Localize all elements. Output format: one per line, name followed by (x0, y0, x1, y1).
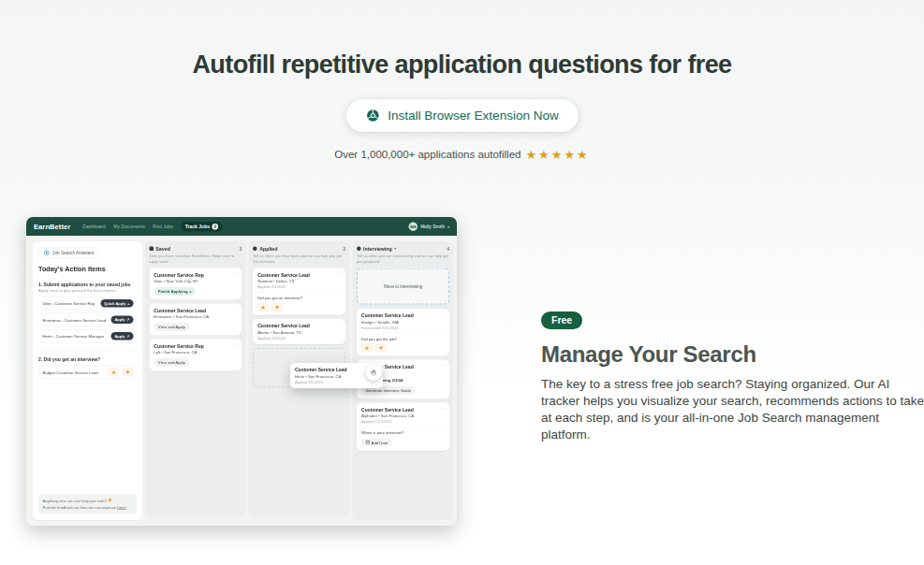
card-question: Did you get an interview? (257, 296, 341, 300)
social-proof-text: Over 1,000,000+ applications autofilled (334, 149, 521, 160)
thumbs-up-button[interactable] (257, 303, 269, 311)
saved-column-icon (149, 246, 154, 251)
thumbs-up-icon (365, 345, 370, 350)
feature-body: The key to a stress free job search? Sta… (541, 376, 924, 443)
assistant-panel: Job Search Assistant Today's Action Item… (33, 241, 142, 520)
thumbs-down-button[interactable] (122, 369, 133, 377)
feedback-link[interactable]: here! (117, 504, 126, 509)
job-title: Customer Service Lead (154, 308, 237, 313)
job-company: Enterprise • San Francisco, CA (154, 314, 237, 319)
job-card[interactable]: ··· Customer Service Lead National • Dal… (253, 268, 345, 316)
job-card[interactable]: ··· Customer Service Lead Enterprise • S… (149, 304, 242, 336)
grab-hand-icon (370, 369, 378, 377)
job-company: Alphabet • San Francisco, CA (361, 413, 445, 418)
column-description: Tell us when you are interviewing and we… (357, 254, 449, 264)
external-link-icon: ↗ (126, 334, 129, 339)
column-title: Saved (155, 246, 169, 252)
finish-applying-button[interactable]: Finish Applying + (154, 287, 196, 296)
job-meta: Applied 1/21/2024 (361, 420, 445, 425)
grab-cursor (366, 365, 382, 381)
avatar: MS (409, 222, 418, 231)
interview-question-row: Budget Customer Service Lead (38, 366, 137, 380)
install-extension-button[interactable]: Install Browser Extension Now (345, 99, 578, 132)
task-row: Enterprise - Customer Service Lead Apply… (38, 313, 137, 327)
nav-my-documents[interactable]: My Documents (113, 224, 144, 229)
app-navbar: EarnBetter Dashboard My Documents Find J… (26, 217, 457, 236)
job-title: Customer Service Lead (361, 407, 445, 413)
job-meta: Applied 2/1/2024 (295, 380, 378, 384)
job-card[interactable]: ··· Customer Service Lead Alphabet • San… (357, 403, 449, 451)
thumbs-down-icon (275, 305, 280, 310)
quick-apply-button[interactable]: Quick Apply + (100, 299, 133, 308)
task-row: Hertz - Customer Service Manager Apply ↗ (38, 329, 137, 343)
card-menu-icon[interactable]: ··· (440, 406, 445, 412)
plus-icon: + (127, 301, 129, 306)
job-title: Customer Service Rep (154, 272, 237, 278)
thumbs-up-button[interactable] (108, 369, 119, 377)
job-card[interactable]: ··· Customer Service Rep Lyft • San Fran… (149, 340, 242, 371)
task-label: Uber - Customer Service Rep (43, 301, 95, 306)
page-title: Autofill repetitive application question… (0, 51, 924, 80)
nav-track-jobs[interactable]: Track Jobs 9 (181, 222, 222, 232)
column-count: 3 (343, 246, 345, 252)
chrome-icon (365, 109, 379, 123)
apply-button[interactable]: Apply ↗ (110, 332, 133, 340)
nav-dashboard[interactable]: Dashboard (82, 224, 105, 229)
thumbs-up-icon (261, 305, 266, 310)
job-title: Customer Service Lead (257, 272, 341, 278)
card-menu-icon[interactable]: ··· (233, 307, 238, 312)
task-row: Uber - Customer Service Rep Quick Apply … (38, 297, 137, 311)
earnbetter-logo[interactable]: EarnBetter (34, 223, 70, 231)
user-menu[interactable]: MS Molly Smith ▾ (409, 222, 449, 231)
card-menu-icon[interactable]: ··· (337, 271, 342, 277)
view-and-apply-button[interactable]: View and Apply (154, 323, 189, 331)
job-company: National • Dallas, TX (257, 279, 341, 283)
job-card[interactable]: ··· Customer Service Lead Alamo • San An… (253, 319, 345, 344)
thumbs-down-button[interactable] (375, 344, 387, 353)
assistant-footer: Anything else we can help you with? Prov… (38, 494, 137, 514)
thumbs-down-button[interactable] (271, 303, 283, 311)
nav-track-jobs-label: Track Jobs (185, 224, 210, 229)
move-to-interviewing-dropzone[interactable]: Move to Interviewing (357, 268, 449, 305)
card-menu-icon[interactable]: ··· (337, 322, 342, 327)
card-menu-icon[interactable]: ··· (233, 342, 238, 348)
feature-heading: Manage Your Search (541, 341, 924, 368)
view-and-apply-button[interactable]: View and Apply (154, 358, 189, 367)
job-company: Uber • New York City, NY (154, 279, 237, 283)
app-screenshot: EarnBetter Dashboard My Documents Find J… (26, 217, 457, 526)
job-card[interactable]: ··· Customer Service Lead Budget • Seatt… (357, 309, 449, 356)
column-description: Tell us when you hear back and we can he… (253, 254, 345, 264)
card-menu-icon[interactable]: ··· (233, 271, 238, 277)
job-title: Customer Service Lead (257, 324, 341, 329)
job-card[interactable]: ··· Customer Service Rep Uber • New York… (149, 268, 242, 300)
job-company: Budget • Seattle, WA (361, 320, 445, 325)
column-title: Interviewing (363, 246, 392, 252)
applied-column-icon (253, 246, 257, 251)
assistant-icon (44, 250, 51, 256)
job-meta: Applied 2/1/2024 (257, 285, 341, 290)
apply-button[interactable]: Apply ↗ (110, 316, 133, 325)
task-label: Budget Customer Service Lead (43, 369, 98, 374)
assistant-chip-label: Job Search Assistant (52, 251, 94, 256)
thumbs-up-button[interactable] (361, 344, 373, 353)
thumbs-down-icon (125, 369, 130, 374)
column-count: 4 (447, 246, 449, 252)
card-menu-icon[interactable]: ··· (440, 363, 445, 369)
interviewing-column-icon (357, 246, 361, 251)
thumbs-down-icon (379, 345, 384, 350)
section2-title: 2. Did you get an interview? (38, 356, 137, 362)
user-name: Molly Smith (420, 224, 445, 229)
section1-subtitle: Apply soon to give yourself the best cha… (38, 288, 137, 293)
chevron-down-icon: ▾ (447, 225, 449, 229)
card-menu-icon[interactable]: ··· (440, 311, 445, 317)
thumbs-up-icon (111, 369, 116, 374)
social-proof: Over 1,000,000+ applications autofilled★… (0, 148, 924, 162)
job-title: Customer Service Rep (154, 343, 237, 349)
kanban-board: Job Search Assistant Today's Action Item… (26, 236, 457, 526)
job-company: Alamo • San Antonio, TX (257, 330, 341, 335)
add-date-button[interactable]: Add Date (361, 438, 392, 446)
chevron-down-icon[interactable]: ▾ (394, 246, 396, 251)
nav-find-jobs[interactable]: Find Jobs (153, 224, 173, 229)
column-description: Jobs you have saved on EarnBetter. Make … (149, 254, 242, 264)
footer-line2: Provide feedback on how we can improve (43, 504, 118, 509)
